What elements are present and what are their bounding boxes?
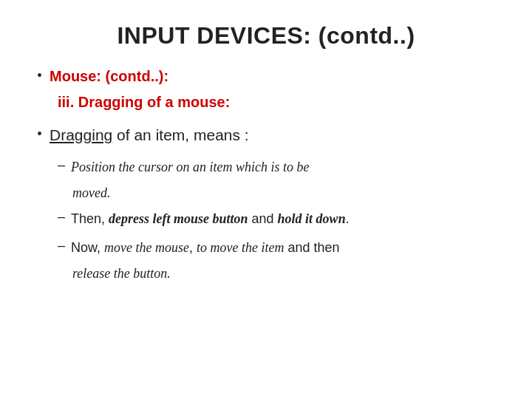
sub-bullet-3-italic2: to move the item	[197, 240, 284, 255]
bullet-dot-2: •	[37, 126, 42, 143]
sub-bullets: – Position the cursor on an item which i…	[58, 157, 495, 290]
sub-bullet-1-text: Position the cursor on an item which is …	[71, 157, 309, 177]
sub-bullet-2-normal2: and	[248, 211, 278, 226]
sub-bullet-2-normal1: Then,	[71, 211, 109, 226]
sub-bullet-dash-3: –	[58, 238, 65, 253]
sub-bullet-dash-2: –	[58, 209, 65, 225]
bullet-2-underline: Dragging	[50, 126, 112, 143]
bullet-dot-1: •	[37, 67, 42, 84]
sub-bullet-3-normal3: and then	[284, 240, 340, 255]
sub-bullet-2-bolditalic2: hold it down	[278, 211, 346, 226]
sub-bullet-2: – Then, depress left mouse button and ho…	[58, 209, 495, 229]
sub-bullet-3-normal1: Now,	[71, 240, 104, 255]
bullet-2: • Dragging of an item, means :	[37, 124, 495, 146]
sub-bullet-3-normal2: ,	[189, 240, 197, 255]
bullet-2-rest: of an item, means :	[112, 126, 248, 143]
bullet-1: • Mouse: (contd..):	[37, 66, 495, 86]
slide-title: INPUT DEVICES: (contd..)	[37, 22, 495, 50]
sub-bullet-3-continuation: release the button.	[72, 264, 495, 284]
sub-bullet-2-normal3: .	[346, 211, 349, 226]
content-area: • Mouse: (contd..): iii. Dragging of a m…	[37, 66, 495, 290]
bullet-1-sublabel: iii. Dragging of a mouse:	[58, 94, 495, 111]
sub-bullet-1: – Position the cursor on an item which i…	[58, 157, 495, 177]
sub-bullet-3-text: Now, move the mouse, to move the item an…	[71, 238, 340, 258]
bullet-2-label: Dragging of an item, means :	[50, 124, 249, 146]
sub-bullet-2-text: Then, depress left mouse button and hold…	[71, 209, 349, 229]
bullet-1-label: Mouse: (contd..):	[50, 66, 168, 86]
sub-bullet-dash-1: –	[58, 157, 65, 173]
slide-container: INPUT DEVICES: (contd..) • Mouse: (contd…	[0, 0, 532, 399]
sub-bullet-3-italic1: move the mouse	[104, 240, 189, 255]
sub-bullet-3: – Now, move the mouse, to move the item …	[58, 238, 495, 258]
sub-bullet-1-continuation: moved.	[72, 183, 495, 203]
sub-bullet-2-bolditalic: depress left mouse button	[109, 211, 248, 226]
